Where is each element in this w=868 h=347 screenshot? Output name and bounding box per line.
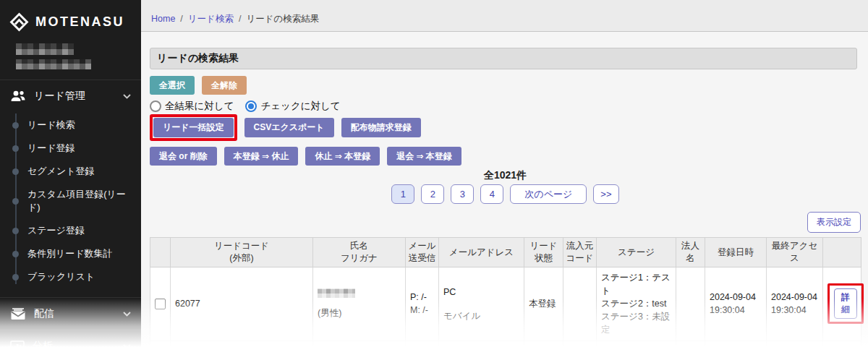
mail-address-cell: PC モバイル	[439, 340, 524, 347]
breadcrumb-separator: /	[180, 14, 182, 24]
breadcrumb: Home/リード検索/リードの検索結果	[151, 13, 319, 25]
sidebar-item-lead-search[interactable]: リード検索	[0, 113, 141, 137]
sidebar-item-custom-field-register[interactable]: カスタム項目登録(リード)	[0, 183, 141, 219]
detail-button[interactable]: 詳細	[834, 288, 857, 319]
sidebar-item-lead-register[interactable]: リード登録	[0, 137, 141, 160]
registered-at-cell: 2024-09-02 16:51:34	[705, 340, 767, 347]
col-last-access: 最終アクセス	[767, 238, 823, 267]
col-name: 氏名フリガナ	[313, 238, 406, 267]
page-title: リードの検索結果	[150, 48, 857, 69]
name-cell: (男性)	[313, 340, 406, 347]
sidebar-item-segment-register[interactable]: セグメント登録	[0, 160, 141, 183]
corporate-name-cell	[676, 340, 705, 347]
name-cell: (男性)	[313, 267, 406, 340]
mail-address-cell: PC モバイル	[439, 267, 524, 340]
motenasu-diamond-icon	[9, 12, 29, 32]
page-4-button[interactable]: 4	[480, 184, 503, 204]
sidebar-item-analysis[interactable]: 分析	[0, 330, 141, 347]
withdraw-to-register-button[interactable]: 退会 ⇒ 本登録	[387, 147, 461, 166]
lead-code-cell: 62076	[171, 340, 313, 347]
next-page-button[interactable]: 次のページ	[510, 184, 587, 204]
bullet-icon	[12, 251, 19, 257]
sidebar-item-lead-management[interactable]: リード管理	[0, 80, 141, 112]
inflow-code-cell	[563, 267, 597, 340]
deselect-all-button[interactable]: 全解除	[202, 76, 247, 95]
bullet-icon	[12, 198, 19, 205]
radio-checked-items[interactable]: チェックに対して	[245, 100, 340, 113]
last-access-cell: 2024-09-04 19:30:04	[767, 267, 823, 340]
col-mail-address: メールアドレス	[439, 238, 524, 267]
stage-cell: ステージ1：テスト ステージ2：test ステージ3：未設定	[597, 340, 676, 347]
page-3-button[interactable]: 3	[451, 184, 474, 204]
total-count: 全1021件	[150, 169, 861, 182]
lead-status-cell: 本登録	[524, 340, 563, 347]
breadcrumb-lead-search-link[interactable]: リード検索	[188, 14, 234, 24]
chevron-down-icon	[123, 94, 131, 99]
registered-at-cell: 2024-09-04 19:30:04	[705, 267, 767, 340]
gender-label: (男性)	[318, 307, 401, 320]
col-stage: ステージ	[597, 238, 676, 267]
bullet-icon	[12, 145, 19, 152]
user-name-redacted	[16, 43, 141, 69]
lead-bulk-setting-button[interactable]: リード一括設定	[153, 118, 234, 137]
radio-unchecked-icon[interactable]	[150, 100, 161, 112]
breadcrumb-current: リードの検索結果	[246, 14, 319, 24]
table-header-row: リードコード(外部) 氏名フリガナ メール送受信 メールアドレス リード状態 流…	[150, 238, 861, 267]
bullet-icon	[12, 168, 19, 175]
sidebar-nav: リード管理 リード検索 リード登録 セグメント登録 カスタム項目登録(リード) …	[0, 80, 141, 347]
breadcrumb-home-link[interactable]: Home	[151, 14, 175, 24]
col-lead-code: リードコード(外部)	[171, 238, 313, 267]
col-registered-at: 登録日時	[705, 238, 767, 267]
withdraw-or-delete-button[interactable]: 退会 or 削除	[150, 147, 217, 166]
corporate-name-cell	[676, 267, 705, 340]
radio-label-text: チェックに対して	[260, 100, 340, 113]
mail-sendrecv-cell: P: /- M: /-	[406, 267, 439, 340]
page-1-button[interactable]: 1	[391, 184, 414, 204]
sidebar-item-stage-register[interactable]: ステージ登録	[0, 219, 141, 242]
logo-text: MOTENASU	[35, 14, 124, 30]
detail-cell: 詳細	[823, 340, 861, 347]
bar-chart-icon	[10, 340, 25, 347]
page-2-button[interactable]: 2	[421, 184, 444, 204]
sidebar-item-label: リード管理	[34, 90, 85, 103]
lead-code-cell: 62077	[171, 267, 313, 340]
stage-cell: ステージ1：テスト ステージ2：test ステージ3：未設定	[597, 267, 676, 340]
row-checkbox[interactable]	[155, 299, 166, 309]
sidebar-item-lead-count-by-condition[interactable]: 条件別リード数集計	[0, 242, 141, 265]
select-all-button[interactable]: 全選択	[150, 76, 195, 95]
register-to-pause-button[interactable]: 本登録 ⇒ 休止	[224, 147, 299, 166]
redacted-user-line	[16, 43, 74, 55]
sidebar-item-label: 分析	[33, 340, 53, 347]
sidebar-item-label: 条件別リード数集計	[27, 247, 113, 260]
logo[interactable]: MOTENASU	[0, 0, 141, 32]
main-area: Home/リード検索/リードの検索結果 リードの検索結果 全選択 全解除 全結果…	[141, 0, 868, 347]
sidebar-item-label: リード登録	[27, 142, 75, 155]
annotation-highlight-bulk: リード一括設定	[150, 114, 237, 140]
col-checkbox	[150, 238, 171, 267]
bullet-icon	[12, 274, 19, 280]
bullet-icon	[12, 122, 19, 129]
last-page-button[interactable]: >>	[593, 184, 618, 204]
distribution-request-button[interactable]: 配布物請求登録	[341, 118, 421, 137]
chevron-down-icon	[123, 344, 131, 347]
pause-to-register-button[interactable]: 休止 ⇒ 本登録	[305, 147, 380, 166]
display-settings-button[interactable]: 表示設定	[807, 212, 861, 233]
sidebar-item-delivery[interactable]: 配信	[0, 297, 141, 330]
col-mail-sendrecv: メール送受信	[406, 238, 439, 267]
col-corporate-name: 法人名	[676, 238, 705, 267]
csv-export-button[interactable]: CSVエクスポート	[244, 118, 334, 137]
sidebar-item-label: ブラックリスト	[27, 270, 95, 283]
sidebar-item-label: ステージ登録	[27, 224, 85, 237]
radio-label-text: 全結果に対して	[165, 100, 234, 113]
breadcrumb-bar: Home/リード検索/リードの検索結果	[141, 0, 868, 32]
radio-all-results[interactable]: 全結果に対して	[150, 100, 234, 113]
sidebar-item-label: 配信	[34, 307, 54, 320]
radio-checked-icon[interactable]	[245, 100, 257, 112]
table-row: 62077 (男性) P: /- M: /- PC モバイル	[150, 267, 861, 340]
inflow-code-cell	[563, 340, 597, 347]
sidebar-item-label: セグメント登録	[27, 165, 95, 178]
sidebar-item-label: カスタム項目登録(リード)	[27, 188, 137, 214]
last-access-cell: 2024-09-02 16:51:34	[767, 340, 823, 347]
lead-results-table: リードコード(外部) 氏名フリガナ メール送受信 メールアドレス リード状態 流…	[150, 237, 861, 347]
sidebar-item-blacklist[interactable]: ブラックリスト	[0, 265, 141, 288]
